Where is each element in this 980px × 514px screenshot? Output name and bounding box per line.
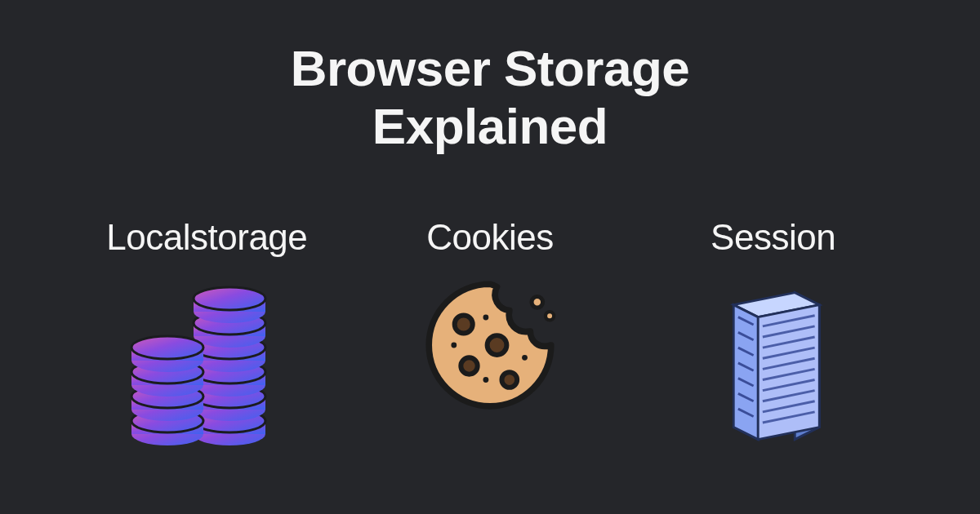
svg-point-34 xyxy=(451,342,457,348)
storage-type-cookies: Cookies xyxy=(350,217,630,455)
localstorage-label: Localstorage xyxy=(106,217,307,258)
svg-point-31 xyxy=(488,335,507,355)
svg-point-38 xyxy=(532,296,543,308)
database-stacks-icon xyxy=(125,276,288,455)
page-title: Browser Storage Explained xyxy=(0,0,980,156)
server-rack-icon xyxy=(692,276,855,455)
svg-point-37 xyxy=(522,354,528,360)
svg-point-36 xyxy=(483,377,488,383)
cookie-icon xyxy=(408,276,572,455)
svg-point-33 xyxy=(501,372,517,388)
storage-type-session: Session xyxy=(633,217,913,455)
svg-point-17 xyxy=(194,287,265,310)
session-label: Session xyxy=(710,217,835,258)
svg-point-32 xyxy=(461,357,477,374)
cookies-label: Cookies xyxy=(426,217,553,258)
storage-types-row: Localstorage xyxy=(0,217,980,455)
svg-marker-42 xyxy=(733,304,758,439)
svg-point-29 xyxy=(131,336,203,359)
svg-point-39 xyxy=(546,312,554,320)
storage-type-localstorage: Localstorage xyxy=(67,217,347,455)
svg-point-35 xyxy=(483,314,488,320)
svg-point-30 xyxy=(455,315,473,333)
title-line-2: Explained xyxy=(372,98,608,154)
title-line-1: Browser Storage xyxy=(291,40,690,96)
